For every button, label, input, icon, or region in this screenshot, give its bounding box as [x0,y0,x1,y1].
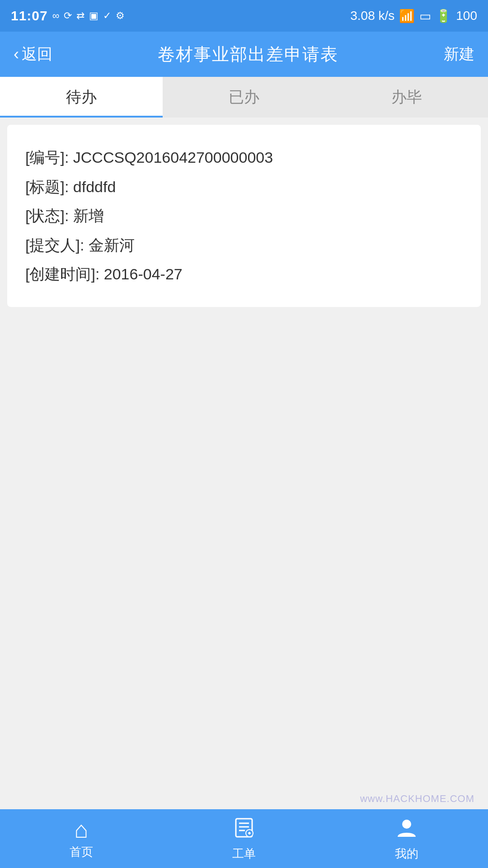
status-time: 11:07 [11,8,48,24]
nav-bar: ‹ 返回 卷材事业部出差申请表 新建 [0,32,488,77]
field-zhuangtai: [状态]: 新增 [25,201,463,231]
status-icon-infinity: ∞ [52,10,60,22]
content-area: [编号]: JCCCSQ2016042700000003 [标题]: dfddf… [0,118,488,809]
bottom-nav: ⌂ 首页 工单 我的 [0,809,488,868]
record-card[interactable]: [编号]: JCCCSQ2016042700000003 [标题]: dfddf… [7,125,481,307]
bottom-nav-mine[interactable]: 我的 [371,816,443,862]
back-arrow-icon: ‹ [14,45,19,64]
field-bianhao: [编号]: JCCCSQ2016042700000003 [25,143,463,172]
field-biaoti: [标题]: dfddfd [25,172,463,202]
tab-done[interactable]: 已办 [163,77,325,118]
status-battery-level: 100 [456,9,477,23]
status-icon-image: ▣ [89,10,99,22]
field-chuangjian-shijian: [创建时间]: 2016-04-27 [25,259,463,289]
home-icon: ⌂ [74,818,88,841]
bottom-nav-home[interactable]: ⌂ 首页 [45,818,117,860]
status-icon-person: ⚙ [116,10,125,22]
field-tijiaoren: [提交人]: 金新河 [25,231,463,260]
tabs-container: 待办 已办 办毕 [0,77,488,118]
status-right: 3.08 k/s 📶 ▭ 🔋 100 [350,9,477,24]
back-label: 返回 [22,44,52,65]
main-wrapper: ‹ 返回 卷材事业部出差申请表 新建 待办 已办 办毕 [编号]: JCCCSQ… [0,32,488,809]
status-network-speed: 3.08 k/s [350,9,394,23]
status-icon-sync: ⟳ [64,10,72,22]
tab-pending[interactable]: 待办 [0,77,163,118]
new-button[interactable]: 新建 [444,44,474,65]
page-title: 卷材事业部出差申请表 [158,43,338,66]
svg-point-7 [402,820,411,829]
back-button[interactable]: ‹ 返回 [14,44,52,65]
mine-label: 我的 [395,846,418,862]
mine-icon [395,816,418,843]
status-battery-icon: 🔋 [436,9,451,24]
status-bar: 11:07 ∞ ⟳ ⇄ ▣ ✓ ⚙ 3.08 k/s 📶 ▭ 🔋 100 [0,0,488,32]
home-label: 首页 [70,844,93,860]
status-icon-usb: ⇄ [76,10,84,22]
bottom-nav-workorder[interactable]: 工单 [208,816,280,862]
status-signal-icon: ▭ [419,9,431,24]
workorder-label: 工单 [232,846,256,862]
tab-completed[interactable]: 办毕 [325,77,488,118]
workorder-icon [232,816,256,843]
status-wifi-icon: 📶 [399,9,415,24]
status-icon-check: ✓ [103,10,111,22]
watermark: www.HACKHOME.COM [360,793,474,805]
status-left: 11:07 ∞ ⟳ ⇄ ▣ ✓ ⚙ [11,8,125,24]
